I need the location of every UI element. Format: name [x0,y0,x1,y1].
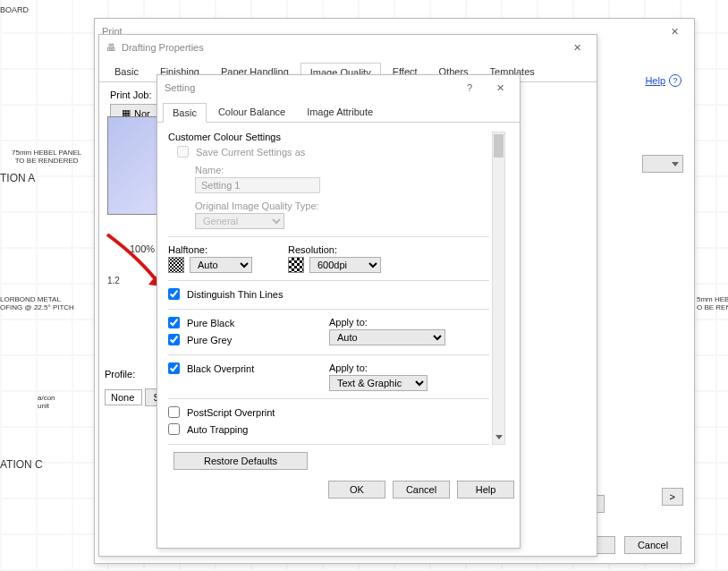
window-setting: Setting ? ✕ BasicColour BalanceImage Att… [157,74,521,549]
scrollbar-down-icon[interactable] [493,430,504,444]
cancel-button-setting[interactable]: Cancel [393,481,450,499]
title-drafting: Drafting Properties [122,42,204,53]
drafting-tab-basic[interactable]: Basic [105,62,148,81]
zoom-label: 100% [130,243,155,254]
unknown-dropdown[interactable] [642,155,683,173]
customer-settings-group-label: Customer Colour Settings [168,132,489,142]
bg-elevation-a: TION A [0,172,35,184]
setting-tab-basic[interactable]: Basic [163,103,207,123]
bg-board-label: BOARD [0,5,29,14]
printer-icon: 🖶 [106,42,116,53]
postscript-overprint-checkbox[interactable]: PostScript Overprint [168,406,275,418]
bg-roof-note: LORBOND METAL OFING @ 22.5° PITCH [0,295,74,311]
auto-trapping-checkbox[interactable]: Auto Trapping [168,423,249,435]
profile-dropdown[interactable]: None [105,389,142,405]
ok-button[interactable]: OK [328,481,385,499]
title-setting: Setting [165,82,195,93]
tabs-setting: BasicColour BalanceImage Attribute [157,102,520,123]
resolution-icon [288,257,304,273]
orig-quality-select: General [195,213,284,229]
name-label: Name: [195,165,489,175]
orig-quality-label: Original Image Quality Type: [195,200,489,211]
bg-aircon-label: a/con unit [38,394,55,410]
halftone-select[interactable]: Auto [190,257,252,273]
pure-grey-input[interactable] [168,334,180,345]
restore-defaults-button[interactable]: Restore Defaults [174,452,308,470]
resolution-label: Resolution: [288,244,381,255]
postscript-overprint-input[interactable] [168,406,180,418]
save-settings-checkbox-input[interactable] [177,146,189,158]
help-icon[interactable]: ? [669,74,681,87]
apply-to-select-2[interactable]: Text & Graphic [329,375,427,391]
pure-black-input[interactable] [168,317,180,328]
bg-hebel-note: 75mm HEBEL PANEL TO BE RENDERED [12,149,81,165]
close-button-setting[interactable]: ✕ [487,79,512,97]
halftone-icon [168,257,184,273]
distinguish-thin-lines-checkbox[interactable]: Distinguish Thin Lines [168,288,283,300]
help-button-setting[interactable]: Help [457,481,514,499]
auto-trapping-input[interactable] [168,423,180,435]
print-job-label: Print Job: [110,89,151,100]
pure-black-checkbox[interactable]: Pure Black [168,317,234,328]
bg-hebel-right: 5mm HEBEL P O BE RENDER [697,295,728,311]
name-input: Setting 1 [195,177,320,193]
close-button-print[interactable]: ✕ [662,22,687,40]
apply-to-label-1: Apply to: [329,317,445,328]
black-overprint-input[interactable] [168,362,180,374]
context-help-button[interactable]: ? [457,79,482,97]
distinguish-thin-lines-input[interactable] [168,288,180,300]
apply-to-select-1[interactable]: Auto [329,329,445,345]
titlebar-drafting: 🖶 Drafting Properties ✕ [99,35,597,60]
black-overprint-checkbox[interactable]: Black Overprint [168,362,254,374]
resolution-select[interactable]: 600dpi [309,257,381,273]
scrollbar[interactable] [492,132,505,445]
help-link[interactable]: Help [645,75,665,86]
scrollbar-thumb[interactable] [494,134,504,158]
pure-grey-checkbox[interactable]: Pure Grey [168,334,232,345]
small-page-label: 1.2 [107,276,120,286]
halftone-label: Halftone: [168,244,252,255]
close-button-drafting[interactable]: ✕ [564,38,589,56]
apply-to-label-2: Apply to: [329,362,427,373]
next-page-button[interactable]: > [662,488,683,506]
setting-tab-colour-balance[interactable]: Colour Balance [208,102,295,122]
cancel-button-print[interactable]: Cancel [624,536,681,554]
titlebar-setting: Setting ? ✕ [157,75,520,100]
setting-tab-image-attribute[interactable]: Image Attribute [297,102,383,122]
bg-elevation-c: ATION C [0,458,43,471]
save-settings-checkbox[interactable]: Save Current Settings as [177,146,305,158]
